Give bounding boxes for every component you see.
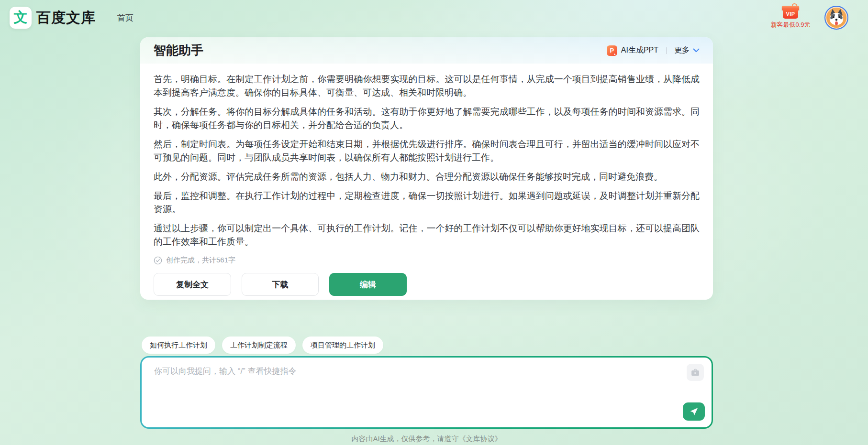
answer-paragraph: 此外，分配资源。评估完成任务所需的资源，包括人力、物力和财力。合理分配资源以确保… bbox=[154, 170, 700, 184]
header-tools: P▲ AI生成PPT 更多 bbox=[607, 45, 700, 56]
wenku-logo[interactable]: 文 百度文库 bbox=[10, 7, 96, 29]
top-bar: 文 百度文库 首页 VIP 新客最低0.9元 bbox=[0, 0, 868, 36]
nav-home-link[interactable]: 首页 bbox=[117, 12, 134, 23]
answer-paragraph: 最后，监控和调整。在执行工作计划的过程中，定期检查进度，确保一切按照计划进行。如… bbox=[154, 189, 700, 216]
answer-paragraph: 通过以上步骤，你可以制定出一个具体、可执行的工作计划。记住，一个好的工作计划不仅… bbox=[154, 222, 700, 249]
wenku-logo-glyph: 文 bbox=[14, 8, 28, 27]
ai-generate-ppt-button[interactable]: P▲ AI生成PPT bbox=[607, 45, 658, 56]
suggestion-chips: 如何执行工作计划 工作计划制定流程 项目管理的工作计划 bbox=[142, 336, 383, 354]
answer-paragraph: 其次，分解任务。将你的目标分解成具体的任务和活动。这有助于你更好地了解需要完成哪… bbox=[154, 105, 700, 132]
user-avatar[interactable] bbox=[824, 6, 848, 30]
brand-name: 百度文库 bbox=[36, 8, 96, 28]
toolbox-button[interactable] bbox=[687, 364, 704, 381]
chevron-down-icon bbox=[693, 48, 700, 53]
chat-input[interactable] bbox=[142, 358, 712, 427]
suggestion-chip[interactable]: 工作计划制定流程 bbox=[222, 336, 296, 354]
edit-button[interactable]: 编辑 bbox=[329, 273, 407, 296]
main-column: 智能助手 P▲ AI生成PPT 更多 首先，明确目标。在制定工作计划之前，你需要… bbox=[140, 37, 713, 445]
answer-paragraph: 首先，明确目标。在制定工作计划之前，你需要明确你想要实现的目标。这可以是任何事情… bbox=[154, 73, 700, 99]
send-button[interactable] bbox=[683, 402, 705, 421]
answer-paragraph: 然后，制定时间表。为每项任务设定开始和结束日期，并根据优先级进行排序。确保时间表… bbox=[154, 138, 700, 164]
ppt-icon: P▲ bbox=[607, 45, 617, 56]
copy-full-text-button[interactable]: 复制全文 bbox=[154, 273, 231, 296]
vip-promo-entry[interactable]: VIP 新客最低0.9元 bbox=[767, 4, 814, 29]
ai-disclaimer: 内容由AI生成，仅供参考，请遵守《文库协议》 bbox=[140, 434, 713, 444]
assistant-card: 智能助手 P▲ AI生成PPT 更多 首先，明确目标。在制定工作计划之前，你需要… bbox=[140, 37, 713, 300]
vip-gift-icon: VIP bbox=[782, 4, 799, 19]
gift-body: VIP bbox=[783, 9, 798, 19]
header-divider bbox=[666, 47, 667, 54]
check-circle-icon bbox=[154, 256, 162, 265]
page-title: 智能助手 bbox=[154, 42, 203, 59]
toolbox-icon bbox=[691, 369, 700, 377]
assistant-answer-body: 首先，明确目标。在制定工作计划之前，你需要明确你想要实现的目标。这可以是任何事情… bbox=[140, 64, 713, 296]
vip-promo-text: 新客最低0.9元 bbox=[767, 21, 814, 29]
ai-generate-ppt-label: AI生成PPT bbox=[621, 45, 658, 55]
send-plane-icon bbox=[689, 407, 699, 416]
chat-composer-inner bbox=[142, 358, 712, 427]
chat-composer bbox=[140, 356, 713, 429]
wenku-logo-icon: 文 bbox=[10, 7, 32, 29]
generation-status: 创作完成，共计561字 bbox=[154, 256, 700, 265]
answer-actions: 复制全文 下载 编辑 bbox=[154, 273, 700, 296]
suggestion-chip[interactable]: 如何执行工作计划 bbox=[142, 336, 215, 354]
download-button[interactable]: 下载 bbox=[242, 273, 319, 296]
vip-badge-label: VIP bbox=[786, 11, 795, 17]
more-label: 更多 bbox=[674, 45, 690, 55]
assistant-card-header: 智能助手 P▲ AI生成PPT 更多 bbox=[140, 37, 713, 64]
husky-avatar-icon bbox=[826, 7, 847, 28]
more-menu-button[interactable]: 更多 bbox=[674, 45, 700, 55]
suggestion-chip[interactable]: 项目管理的工作计划 bbox=[302, 336, 383, 354]
status-text: 创作完成，共计561字 bbox=[166, 256, 235, 265]
